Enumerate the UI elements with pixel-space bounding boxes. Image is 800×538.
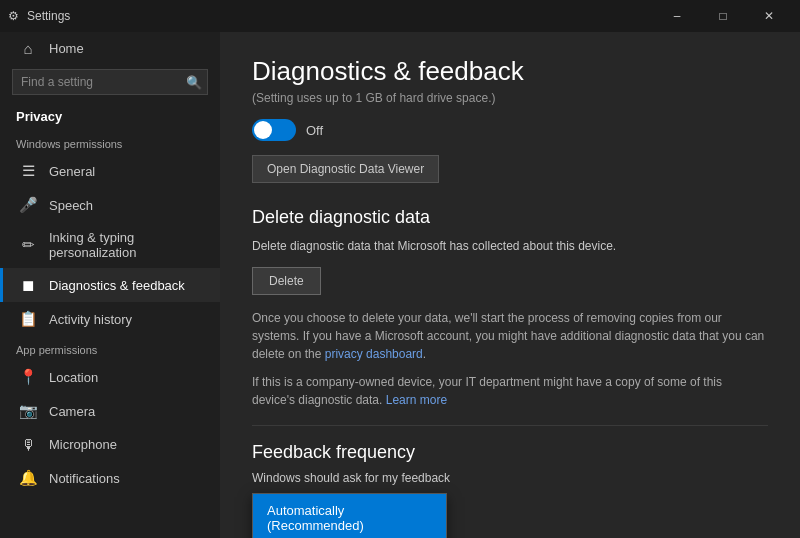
privacy-dashboard-link[interactable]: privacy dashboard <box>325 347 423 361</box>
diagnostics-icon: ◼ <box>19 276 37 294</box>
sidebar-item-label: Diagnostics & feedback <box>49 278 185 293</box>
feedback-label: Windows should ask for my feedback <box>252 471 768 485</box>
sidebar-item-label: Speech <box>49 198 93 213</box>
activity-icon: 📋 <box>19 310 37 328</box>
sidebar-item-label: Microphone <box>49 437 117 452</box>
info-period: . <box>423 347 426 361</box>
sidebar-item-location[interactable]: 📍 Location <box>0 360 220 394</box>
home-icon: ⌂ <box>19 40 37 57</box>
camera-icon: 📷 <box>19 402 37 420</box>
sidebar-item-inking[interactable]: ✏ Inking & typing personalization <box>0 222 220 268</box>
info-text-1: Once you choose to delete your data, we'… <box>252 309 768 363</box>
title-bar-left: ⚙ Settings <box>8 9 70 23</box>
general-icon: ☰ <box>19 162 37 180</box>
sidebar-item-camera[interactable]: 📷 Camera <box>0 394 220 428</box>
maximize-button[interactable]: □ <box>700 0 746 32</box>
inking-icon: ✏ <box>19 236 37 254</box>
search-box: 🔍 <box>12 69 208 95</box>
sidebar-item-label: General <box>49 164 95 179</box>
sidebar-item-label: Activity history <box>49 312 132 327</box>
sidebar-item-label: Notifications <box>49 471 120 486</box>
toggle-knob <box>254 121 272 139</box>
toggle-switch[interactable] <box>252 119 296 141</box>
sidebar-item-label: Location <box>49 370 98 385</box>
location-icon: 📍 <box>19 368 37 386</box>
sidebar-home-label: Home <box>49 41 84 56</box>
search-icon: 🔍 <box>186 75 202 90</box>
sidebar: ⌂ Home 🔍 Privacy Windows permissions ☰ G… <box>0 32 220 538</box>
delete-button[interactable]: Delete <box>252 267 321 295</box>
title-bar-controls: – □ ✕ <box>654 0 792 32</box>
sidebar-item-diagnostics[interactable]: ◼ Diagnostics & feedback <box>0 268 220 302</box>
toggle-row: Off <box>252 119 768 141</box>
main-content: Diagnostics & feedback (Setting uses up … <box>220 32 800 538</box>
page-subtitle: (Setting uses up to 1 GB of hard drive s… <box>252 91 768 105</box>
dropdown-open-list: Automatically (Recommended) Always Once … <box>252 493 447 538</box>
sidebar-item-speech[interactable]: 🎤 Speech <box>0 188 220 222</box>
feedback-title: Feedback frequency <box>252 442 768 463</box>
company-device-text: If this is a company-owned device, your … <box>252 375 722 407</box>
info-text-2: If this is a company-owned device, your … <box>252 373 768 409</box>
sidebar-item-home[interactable]: ⌂ Home <box>0 32 220 65</box>
sidebar-item-activity[interactable]: 📋 Activity history <box>0 302 220 336</box>
title-bar-title: Settings <box>27 9 70 23</box>
search-input[interactable] <box>12 69 208 95</box>
close-button[interactable]: ✕ <box>746 0 792 32</box>
sidebar-item-label: Inking & typing personalization <box>49 230 204 260</box>
dropdown-option-auto[interactable]: Automatically (Recommended) <box>253 494 446 538</box>
sidebar-item-microphone[interactable]: 🎙 Microphone <box>0 428 220 461</box>
title-bar: ⚙ Settings – □ ✕ <box>0 0 800 32</box>
settings-icon: ⚙ <box>8 9 19 23</box>
sidebar-item-notifications[interactable]: 🔔 Notifications <box>0 461 220 495</box>
delete-section-title: Delete diagnostic data <box>252 207 768 228</box>
learn-more-link[interactable]: Learn more <box>386 393 447 407</box>
privacy-label: Privacy <box>0 103 220 130</box>
sidebar-item-label: Camera <box>49 404 95 419</box>
open-diagnostic-viewer-button[interactable]: Open Diagnostic Data Viewer <box>252 155 439 183</box>
section-divider <box>252 425 768 426</box>
windows-permissions-label: Windows permissions <box>0 130 220 154</box>
app-permissions-label: App permissions <box>0 336 220 360</box>
toggle-label: Off <box>306 123 323 138</box>
app-body: ⌂ Home 🔍 Privacy Windows permissions ☰ G… <box>0 32 800 538</box>
speech-icon: 🎤 <box>19 196 37 214</box>
notifications-icon: 🔔 <box>19 469 37 487</box>
delete-section-description: Delete diagnostic data that Microsoft ha… <box>252 238 768 255</box>
sidebar-item-general[interactable]: ☰ General <box>0 154 220 188</box>
microphone-icon: 🎙 <box>19 436 37 453</box>
minimize-button[interactable]: – <box>654 0 700 32</box>
page-title: Diagnostics & feedback <box>252 56 768 87</box>
